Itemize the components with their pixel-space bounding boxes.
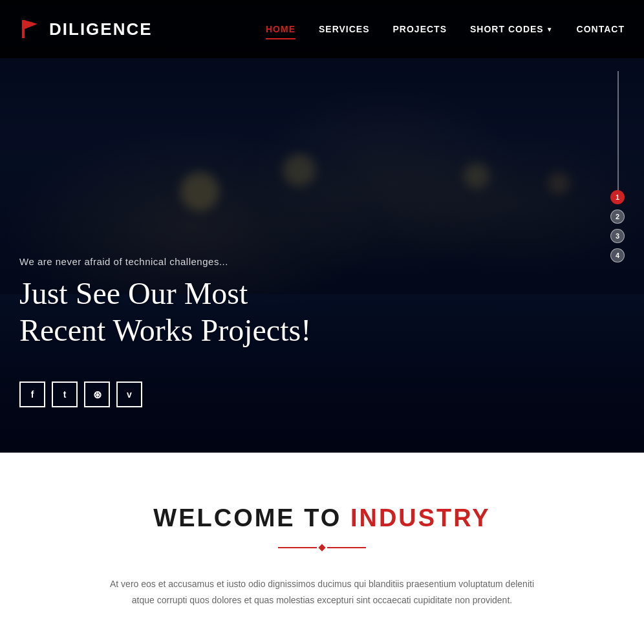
welcome-title: WELCOME TO INDUSTRY xyxy=(19,504,625,532)
social-dribbble[interactable]: ⊛ xyxy=(84,381,110,407)
logo-area: DILIGENCE xyxy=(19,17,266,41)
scroll-dot-3[interactable]: 3 xyxy=(610,229,625,243)
hero-subtitle: We are never afraid of technical challen… xyxy=(19,256,311,267)
nav-links: HOME SERVICES PROJECTS SHORT CODES ▼ CON… xyxy=(266,19,625,39)
logo-icon xyxy=(19,17,43,41)
nav-item-home[interactable]: HOME xyxy=(266,19,295,39)
hero-content: We are never afraid of technical challen… xyxy=(19,256,311,349)
welcome-body: At vero eos et accusamus et iusto odio d… xyxy=(102,576,542,608)
hero-title: Just See Our Most Recent Works Projects! xyxy=(19,275,311,349)
site-title: DILIGENCE xyxy=(49,19,153,39)
scroll-line xyxy=(617,71,619,200)
nav-item-short-codes[interactable]: SHORT CODES ▼ xyxy=(470,19,553,39)
svg-marker-1 xyxy=(25,20,38,29)
divider-diamond xyxy=(318,544,325,551)
social-vimeo[interactable]: v xyxy=(116,381,142,407)
dropdown-arrow-icon: ▼ xyxy=(546,26,553,33)
svg-rect-0 xyxy=(22,20,25,38)
scroll-indicator: 1 2 3 4 xyxy=(610,190,625,263)
scroll-dot-2[interactable]: 2 xyxy=(610,209,625,224)
welcome-section: WELCOME TO INDUSTRY At vero eos et accus… xyxy=(0,453,644,644)
scroll-dot-4[interactable]: 4 xyxy=(610,248,625,263)
social-twitter[interactable]: t xyxy=(52,381,78,407)
divider-line-right xyxy=(327,547,366,548)
hero-section: 1 2 3 4 We are never afraid of technical… xyxy=(0,0,644,453)
navbar: DILIGENCE HOME SERVICES PROJECTS SHORT C… xyxy=(0,0,644,58)
nav-item-services[interactable]: SERVICES xyxy=(319,19,370,39)
scroll-dot-1[interactable]: 1 xyxy=(610,190,625,204)
nav-item-projects[interactable]: PROJECTS xyxy=(393,19,447,39)
divider-line-left xyxy=(278,547,317,548)
social-facebook[interactable]: f xyxy=(19,381,45,407)
nav-item-contact[interactable]: CONTACT xyxy=(577,19,625,39)
social-icons: f t ⊛ v xyxy=(19,381,142,407)
welcome-divider xyxy=(19,545,625,550)
